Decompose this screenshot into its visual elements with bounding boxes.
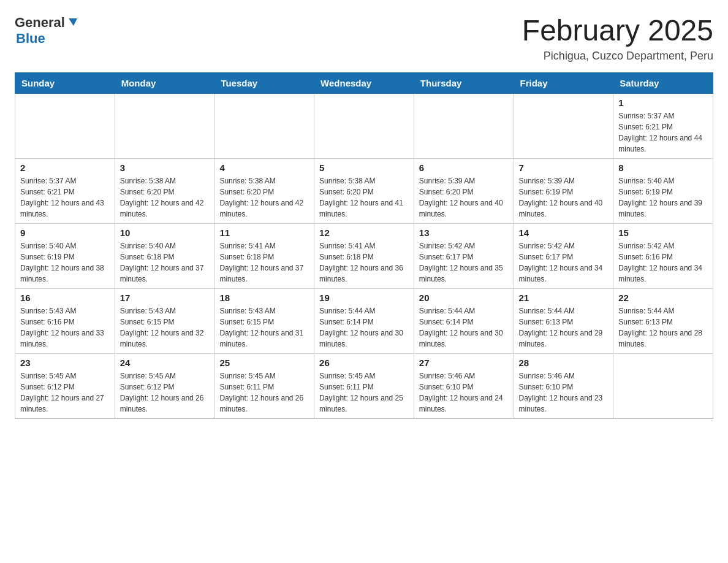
day-number: 14 xyxy=(519,228,609,238)
day-number: 1 xyxy=(618,98,708,108)
day-number: 10 xyxy=(120,228,210,238)
weekday-header-wednesday: Wednesday xyxy=(314,72,414,93)
calendar-cell: 14Sunrise: 5:42 AM Sunset: 6:17 PM Dayli… xyxy=(514,223,613,288)
calendar-cell: 7Sunrise: 5:39 AM Sunset: 6:19 PM Daylig… xyxy=(514,158,613,223)
calendar-cell: 2Sunrise: 5:37 AM Sunset: 6:21 PM Daylig… xyxy=(15,158,115,223)
calendar-cell: 27Sunrise: 5:46 AM Sunset: 6:10 PM Dayli… xyxy=(414,353,514,418)
calendar-cell xyxy=(414,93,514,158)
day-number: 22 xyxy=(618,293,708,303)
calendar-cell xyxy=(214,93,314,158)
calendar-cell: 3Sunrise: 5:38 AM Sunset: 6:20 PM Daylig… xyxy=(115,158,214,223)
weekday-header-sunday: Sunday xyxy=(15,72,115,93)
day-info: Sunrise: 5:38 AM Sunset: 6:20 PM Dayligh… xyxy=(219,175,309,220)
day-number: 17 xyxy=(120,293,210,303)
day-number: 4 xyxy=(219,163,309,173)
day-number: 9 xyxy=(20,228,110,238)
calendar-cell xyxy=(115,93,214,158)
day-info: Sunrise: 5:42 AM Sunset: 6:17 PM Dayligh… xyxy=(519,240,609,285)
weekday-header-saturday: Saturday xyxy=(613,72,713,93)
calendar-week-row: 9Sunrise: 5:40 AM Sunset: 6:19 PM Daylig… xyxy=(15,223,713,288)
day-number: 2 xyxy=(20,163,110,173)
calendar-title: February 2025 xyxy=(522,15,713,47)
day-number: 28 xyxy=(519,358,609,368)
calendar-cell xyxy=(314,93,414,158)
calendar-cell: 11Sunrise: 5:41 AM Sunset: 6:18 PM Dayli… xyxy=(214,223,314,288)
calendar-cell: 16Sunrise: 5:43 AM Sunset: 6:16 PM Dayli… xyxy=(15,288,115,353)
calendar-cell xyxy=(514,93,613,158)
calendar-week-row: 2Sunrise: 5:37 AM Sunset: 6:21 PM Daylig… xyxy=(15,158,713,223)
day-number: 16 xyxy=(20,293,110,303)
day-info: Sunrise: 5:46 AM Sunset: 6:10 PM Dayligh… xyxy=(519,370,609,415)
calendar-week-row: 23Sunrise: 5:45 AM Sunset: 6:12 PM Dayli… xyxy=(15,353,713,418)
calendar-cell: 15Sunrise: 5:42 AM Sunset: 6:16 PM Dayli… xyxy=(613,223,713,288)
title-area: February 2025 Pichigua, Cuzco Department… xyxy=(522,15,713,63)
day-info: Sunrise: 5:42 AM Sunset: 6:16 PM Dayligh… xyxy=(618,240,708,285)
calendar-cell: 13Sunrise: 5:42 AM Sunset: 6:17 PM Dayli… xyxy=(414,223,514,288)
calendar-cell: 9Sunrise: 5:40 AM Sunset: 6:19 PM Daylig… xyxy=(15,223,115,288)
location-subtitle: Pichigua, Cuzco Department, Peru xyxy=(522,50,713,63)
day-info: Sunrise: 5:43 AM Sunset: 6:16 PM Dayligh… xyxy=(20,305,110,350)
day-number: 3 xyxy=(120,163,210,173)
calendar-cell: 1Sunrise: 5:37 AM Sunset: 6:21 PM Daylig… xyxy=(613,93,713,158)
day-info: Sunrise: 5:41 AM Sunset: 6:18 PM Dayligh… xyxy=(319,240,409,285)
day-number: 19 xyxy=(319,293,409,303)
day-info: Sunrise: 5:43 AM Sunset: 6:15 PM Dayligh… xyxy=(120,305,210,350)
day-number: 8 xyxy=(618,163,708,173)
calendar-cell xyxy=(613,353,713,418)
day-number: 5 xyxy=(319,163,409,173)
logo-general-text: General xyxy=(15,15,65,31)
weekday-header-monday: Monday xyxy=(115,72,214,93)
calendar-cell: 8Sunrise: 5:40 AM Sunset: 6:19 PM Daylig… xyxy=(613,158,713,223)
day-info: Sunrise: 5:40 AM Sunset: 6:19 PM Dayligh… xyxy=(20,240,110,285)
day-number: 12 xyxy=(319,228,409,238)
logo-flag-icon xyxy=(66,16,80,29)
weekday-header-tuesday: Tuesday xyxy=(214,72,314,93)
calendar-cell: 18Sunrise: 5:43 AM Sunset: 6:15 PM Dayli… xyxy=(214,288,314,353)
calendar-cell: 26Sunrise: 5:45 AM Sunset: 6:11 PM Dayli… xyxy=(314,353,414,418)
day-info: Sunrise: 5:38 AM Sunset: 6:20 PM Dayligh… xyxy=(319,175,409,220)
day-number: 21 xyxy=(519,293,609,303)
day-info: Sunrise: 5:39 AM Sunset: 6:20 PM Dayligh… xyxy=(419,175,509,220)
calendar-cell: 19Sunrise: 5:44 AM Sunset: 6:14 PM Dayli… xyxy=(314,288,414,353)
calendar-cell: 5Sunrise: 5:38 AM Sunset: 6:20 PM Daylig… xyxy=(314,158,414,223)
day-number: 24 xyxy=(120,358,210,368)
day-info: Sunrise: 5:38 AM Sunset: 6:20 PM Dayligh… xyxy=(120,175,210,220)
calendar-table: SundayMondayTuesdayWednesdayThursdayFrid… xyxy=(15,72,713,419)
day-number: 11 xyxy=(219,228,309,238)
weekday-header-friday: Friday xyxy=(514,72,613,93)
calendar-cell: 24Sunrise: 5:45 AM Sunset: 6:12 PM Dayli… xyxy=(115,353,214,418)
calendar-cell: 25Sunrise: 5:45 AM Sunset: 6:11 PM Dayli… xyxy=(214,353,314,418)
day-info: Sunrise: 5:44 AM Sunset: 6:14 PM Dayligh… xyxy=(419,305,509,350)
day-number: 20 xyxy=(419,293,509,303)
day-info: Sunrise: 5:44 AM Sunset: 6:13 PM Dayligh… xyxy=(618,305,708,350)
day-number: 18 xyxy=(219,293,309,303)
day-info: Sunrise: 5:45 AM Sunset: 6:11 PM Dayligh… xyxy=(319,370,409,415)
weekday-header-row: SundayMondayTuesdayWednesdayThursdayFrid… xyxy=(15,72,713,93)
day-number: 26 xyxy=(319,358,409,368)
day-number: 6 xyxy=(419,163,509,173)
day-info: Sunrise: 5:44 AM Sunset: 6:14 PM Dayligh… xyxy=(319,305,409,350)
calendar-cell: 4Sunrise: 5:38 AM Sunset: 6:20 PM Daylig… xyxy=(214,158,314,223)
day-info: Sunrise: 5:43 AM Sunset: 6:15 PM Dayligh… xyxy=(219,305,309,350)
day-info: Sunrise: 5:45 AM Sunset: 6:11 PM Dayligh… xyxy=(219,370,309,415)
day-info: Sunrise: 5:42 AM Sunset: 6:17 PM Dayligh… xyxy=(419,240,509,285)
day-info: Sunrise: 5:45 AM Sunset: 6:12 PM Dayligh… xyxy=(20,370,110,415)
day-number: 13 xyxy=(419,228,509,238)
calendar-week-row: 1Sunrise: 5:37 AM Sunset: 6:21 PM Daylig… xyxy=(15,93,713,158)
logo-blue-text: Blue xyxy=(16,31,45,47)
day-info: Sunrise: 5:41 AM Sunset: 6:18 PM Dayligh… xyxy=(219,240,309,285)
day-info: Sunrise: 5:44 AM Sunset: 6:13 PM Dayligh… xyxy=(519,305,609,350)
logo: General Blue xyxy=(15,15,80,47)
day-info: Sunrise: 5:37 AM Sunset: 6:21 PM Dayligh… xyxy=(618,110,708,155)
svg-marker-0 xyxy=(69,18,77,26)
day-info: Sunrise: 5:40 AM Sunset: 6:18 PM Dayligh… xyxy=(120,240,210,285)
calendar-cell: 10Sunrise: 5:40 AM Sunset: 6:18 PM Dayli… xyxy=(115,223,214,288)
calendar-cell: 12Sunrise: 5:41 AM Sunset: 6:18 PM Dayli… xyxy=(314,223,414,288)
weekday-header-thursday: Thursday xyxy=(414,72,514,93)
day-info: Sunrise: 5:40 AM Sunset: 6:19 PM Dayligh… xyxy=(618,175,708,220)
day-number: 25 xyxy=(219,358,309,368)
day-info: Sunrise: 5:45 AM Sunset: 6:12 PM Dayligh… xyxy=(120,370,210,415)
calendar-cell: 28Sunrise: 5:46 AM Sunset: 6:10 PM Dayli… xyxy=(514,353,613,418)
day-number: 15 xyxy=(618,228,708,238)
calendar-cell: 23Sunrise: 5:45 AM Sunset: 6:12 PM Dayli… xyxy=(15,353,115,418)
